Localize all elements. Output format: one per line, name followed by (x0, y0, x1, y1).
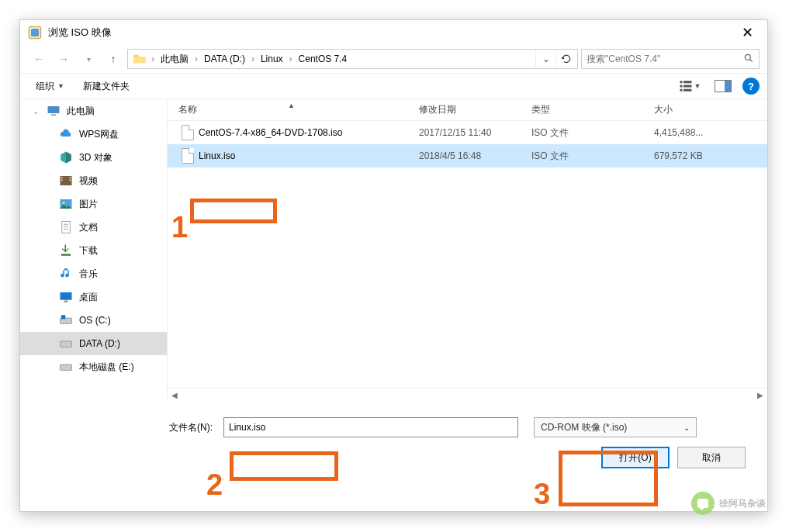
svg-rect-11 (51, 115, 56, 116)
svg-rect-25 (64, 301, 68, 302)
svg-rect-4 (680, 81, 682, 83)
column-name[interactable]: 名称 ▲ (168, 103, 408, 116)
help-button[interactable]: ? (742, 78, 760, 95)
breadcrumb-item[interactable]: CentOS 7.4 (294, 50, 352, 68)
documents-icon (59, 220, 73, 234)
filetype-dropdown[interactable]: CD-ROM 映像 (*.iso) ⌄ (534, 417, 697, 437)
filename-input[interactable] (223, 417, 518, 437)
sort-asc-icon: ▲ (288, 102, 295, 109)
sidebar-item-data-d[interactable]: DATA (D:) (20, 332, 167, 355)
file-list-pane: 名称 ▲ 修改日期 类型 大小 CentOS-7.4-x86_64-DVD-17… (168, 99, 767, 402)
pictures-icon (59, 197, 73, 211)
breadcrumb-item[interactable]: Linux (256, 50, 288, 68)
svg-rect-9 (683, 89, 692, 92)
tree-collapse-icon[interactable]: ⌄ (33, 107, 39, 116)
svg-line-3 (750, 59, 753, 61)
desktop-icon (59, 290, 73, 304)
sidebar-item-this-pc[interactable]: ⌄ 此电脑 (20, 99, 167, 123)
breadcrumb-dropdown-button[interactable]: ⌄ (535, 50, 555, 68)
titlebar: 浏览 ISO 映像 ✕ (20, 20, 767, 45)
horizontal-scrollbar[interactable]: ◀ ▶ (168, 388, 767, 402)
dialog-window: 浏览 ISO 映像 ✕ ← → ▾ ↑ › 此电脑 › DATA (D:) › … (19, 19, 768, 512)
svg-rect-27 (61, 315, 65, 319)
column-type[interactable]: 类型 (521, 103, 643, 116)
sidebar-item-pictures[interactable]: 图片 (20, 192, 167, 216)
breadcrumb-bar[interactable]: › 此电脑 › DATA (D:) › Linux › CentOS 7.4 ⌄ (127, 49, 578, 69)
svg-rect-7 (683, 85, 692, 88)
preview-pane-button[interactable] (711, 76, 735, 96)
scroll-left-icon[interactable]: ◀ (168, 391, 182, 399)
bottom-panel: 文件名(N): CD-ROM 映像 (*.iso) ⌄ 打开(O) 取消 (20, 402, 767, 476)
app-icon (28, 26, 42, 40)
svg-point-18 (63, 202, 65, 204)
svg-point-2 (745, 54, 750, 60)
sidebar-item-documents[interactable]: 文档 (20, 216, 167, 239)
drive-icon (59, 337, 73, 351)
svg-rect-16 (70, 180, 71, 181)
view-list-icon (679, 79, 693, 93)
preview-pane-icon (715, 80, 732, 92)
sidebar-item-os-c[interactable]: OS (C:) (20, 309, 167, 332)
drive-win-icon (59, 313, 73, 327)
breadcrumb-item[interactable]: 此电脑 (156, 50, 193, 68)
nav-back-button[interactable]: ← (28, 48, 50, 70)
svg-rect-13 (61, 178, 63, 179)
sidebar-item-local-e[interactable]: 本地磁盘 (E:) (20, 355, 167, 378)
file-list-header: 名称 ▲ 修改日期 类型 大小 (168, 99, 767, 121)
svg-rect-23 (61, 254, 71, 256)
sidebar: ⌄ 此电脑 WPS网盘 3D 对象 视频 图片 文档 (20, 99, 168, 402)
close-button[interactable]: ✕ (730, 21, 764, 44)
sidebar-item-downloads[interactable]: 下载 (20, 239, 167, 262)
nav-recent-button[interactable]: ▾ (78, 48, 99, 70)
folder-icon (133, 52, 147, 66)
breadcrumb-sep: › (288, 54, 294, 64)
organize-button[interactable]: 组织 ▼ (28, 77, 72, 96)
new-folder-button[interactable]: 新建文件夹 (75, 77, 137, 96)
file-row[interactable]: CentOS-7.4-x86_64-DVD-1708.iso 2017/12/1… (168, 121, 767, 144)
search-icon (743, 53, 754, 66)
cloud-icon (59, 127, 73, 141)
sidebar-item-music[interactable]: 音乐 (20, 262, 167, 285)
svg-rect-15 (70, 178, 71, 179)
svg-rect-5 (683, 81, 692, 83)
chevron-down-icon: ▼ (57, 82, 64, 90)
drive-icon (59, 360, 73, 374)
filename-label: 文件名(N): (36, 421, 223, 434)
column-size[interactable]: 大小 (643, 103, 767, 116)
svg-rect-24 (61, 292, 72, 300)
svg-rect-10 (48, 106, 60, 113)
music-icon (59, 267, 73, 281)
search-input[interactable]: 搜索"CentOS 7.4" (581, 49, 760, 69)
breadcrumb-item[interactable]: DATA (D:) (199, 50, 250, 68)
sidebar-item-wps[interactable]: WPS网盘 (20, 123, 167, 146)
nav-up-button[interactable]: ↑ (102, 48, 124, 70)
annotation-number-3: 3 (534, 478, 550, 511)
cancel-button[interactable]: 取消 (677, 447, 746, 468)
refresh-button[interactable] (555, 50, 576, 68)
svg-rect-29 (61, 364, 72, 371)
video-icon (59, 174, 73, 188)
svg-rect-8 (680, 89, 682, 92)
sidebar-item-desktop[interactable]: 桌面 (20, 285, 167, 309)
navigation-row: ← → ▾ ↑ › 此电脑 › DATA (D:) › Linux › Cent… (20, 45, 767, 73)
open-button[interactable]: 打开(O) (601, 447, 670, 468)
column-date[interactable]: 修改日期 (408, 103, 521, 116)
file-icon (182, 148, 194, 164)
sidebar-item-videos[interactable]: 视频 (20, 169, 167, 192)
breadcrumb-sep: › (193, 54, 199, 64)
view-options-button[interactable]: ▼ (671, 79, 708, 93)
svg-rect-14 (61, 180, 63, 181)
svg-rect-6 (680, 85, 682, 88)
window-title: 浏览 ISO 映像 (48, 26, 730, 40)
scroll-right-icon[interactable]: ▶ (753, 391, 767, 399)
main-area: ⌄ 此电脑 WPS网盘 3D 对象 视频 图片 文档 (20, 99, 767, 402)
svg-rect-19 (62, 222, 71, 233)
pc-icon (47, 104, 61, 118)
breadcrumb-sep: › (150, 54, 156, 64)
svg-rect-28 (61, 341, 72, 347)
sidebar-item-3d[interactable]: 3D 对象 (20, 146, 167, 169)
file-row-selected[interactable]: Linux.iso 2018/4/5 16:48 ISO 文件 679,572 … (168, 144, 767, 168)
file-icon (182, 125, 194, 140)
nav-forward-button: → (53, 48, 74, 70)
svg-rect-1 (31, 29, 40, 37)
